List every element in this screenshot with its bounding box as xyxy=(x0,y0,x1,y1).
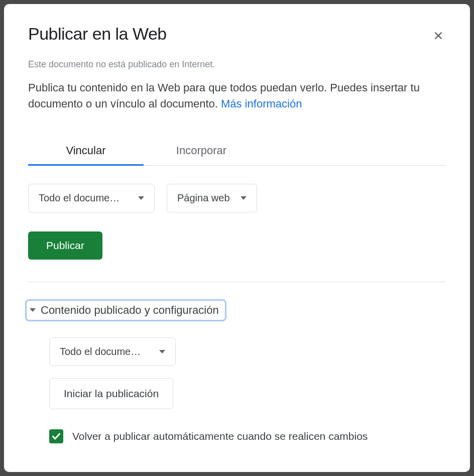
tab-embed[interactable]: Incorporar xyxy=(144,137,259,166)
publish-button[interactable]: Publicar xyxy=(28,231,102,260)
caret-down-icon xyxy=(138,196,144,200)
tab-link[interactable]: Vincular xyxy=(28,137,144,166)
learn-more-link[interactable]: Más información xyxy=(221,97,302,110)
dialog-description: Publica tu contenido en la Web para que … xyxy=(28,80,446,112)
auto-republish-checkbox[interactable] xyxy=(49,429,63,443)
divider xyxy=(28,282,446,282)
settings-scope-label: Todo el docume… xyxy=(60,346,141,358)
caret-down-icon xyxy=(241,196,247,200)
close-icon xyxy=(433,30,444,41)
checkmark-icon xyxy=(51,431,61,441)
caret-down-icon xyxy=(159,350,165,353)
dialog-title: Publicar en la Web xyxy=(28,24,167,44)
settings-scope-select[interactable]: Todo el docume… xyxy=(49,337,176,366)
settings-content: Todo el docume… Iniciar la publicación V… xyxy=(28,337,446,443)
settings-toggle-label: Contenido publicado y configuración xyxy=(41,304,219,317)
scope-select-label: Todo el docume… xyxy=(39,192,120,204)
dialog-header: Publicar en la Web xyxy=(28,24,446,45)
publish-status: Este documento no está publicado en Inte… xyxy=(28,59,446,70)
format-select-label: Página web xyxy=(177,192,230,204)
auto-republish-row: Volver a publicar automáticamente cuando… xyxy=(49,429,446,443)
selects-row: Todo el docume… Página web xyxy=(28,184,446,212)
close-button[interactable] xyxy=(431,28,446,45)
tabs: Vincular Incorporar xyxy=(28,137,446,166)
settings-toggle[interactable]: Contenido publicado y configuración xyxy=(25,299,226,321)
scope-select[interactable]: Todo el docume… xyxy=(28,184,155,212)
publish-dialog: Publicar en la Web Este documento no est… xyxy=(4,4,470,472)
start-publishing-button[interactable]: Iniciar la publicación xyxy=(49,378,173,409)
caret-down-icon xyxy=(30,308,36,312)
format-select[interactable]: Página web xyxy=(167,184,257,212)
auto-republish-label: Volver a publicar automáticamente cuando… xyxy=(72,430,368,442)
